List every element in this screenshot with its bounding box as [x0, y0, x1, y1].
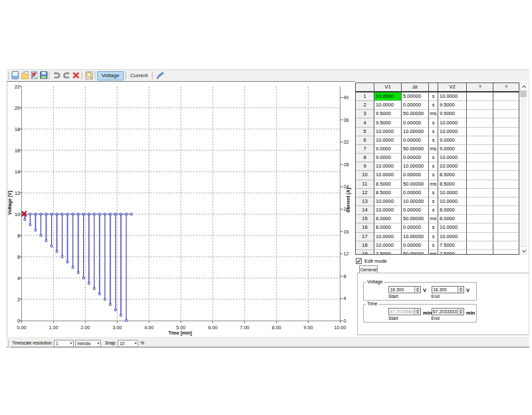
svg-text:18: 18: [15, 126, 20, 132]
svg-text:4: 4: [344, 295, 346, 301]
svg-text:1.00: 1.00: [49, 325, 58, 331]
svg-text:6: 6: [17, 254, 20, 260]
svg-text:4.00: 4.00: [144, 325, 154, 331]
svg-text:Current [A]: Current [A]: [346, 188, 351, 213]
svg-text:20: 20: [15, 105, 20, 111]
svg-text:Time [min]: Time [min]: [168, 331, 192, 336]
svg-text:10: 10: [15, 211, 20, 217]
svg-text:12: 12: [344, 251, 349, 257]
svg-text:40: 40: [344, 94, 349, 100]
svg-text:0.00: 0.00: [17, 325, 27, 331]
svg-text:9.00: 9.00: [304, 325, 313, 331]
svg-text:5.00: 5.00: [176, 325, 186, 331]
svg-text:0: 0: [344, 318, 346, 324]
svg-text:8: 8: [17, 233, 20, 239]
svg-text:32: 32: [344, 139, 349, 145]
svg-text:2: 2: [17, 297, 20, 303]
svg-text:8: 8: [344, 273, 346, 279]
svg-text:7.00: 7.00: [240, 325, 249, 331]
svg-text:2.00: 2.00: [80, 325, 90, 331]
svg-text:14: 14: [15, 169, 20, 175]
svg-text:12: 12: [15, 190, 20, 196]
svg-text:28: 28: [344, 162, 349, 168]
svg-text:10.00: 10.00: [334, 325, 346, 331]
svg-text:22: 22: [15, 84, 20, 90]
svg-text:8.00: 8.00: [272, 325, 281, 331]
svg-text:3.00: 3.00: [112, 325, 122, 331]
svg-text:4: 4: [17, 275, 20, 281]
svg-text:0: 0: [17, 318, 20, 324]
svg-text:Voltage [V]: Voltage [V]: [7, 191, 13, 215]
svg-text:16: 16: [344, 229, 349, 235]
svg-text:6.00: 6.00: [208, 325, 217, 331]
svg-text:36: 36: [344, 117, 349, 123]
svg-text:16: 16: [15, 148, 20, 154]
